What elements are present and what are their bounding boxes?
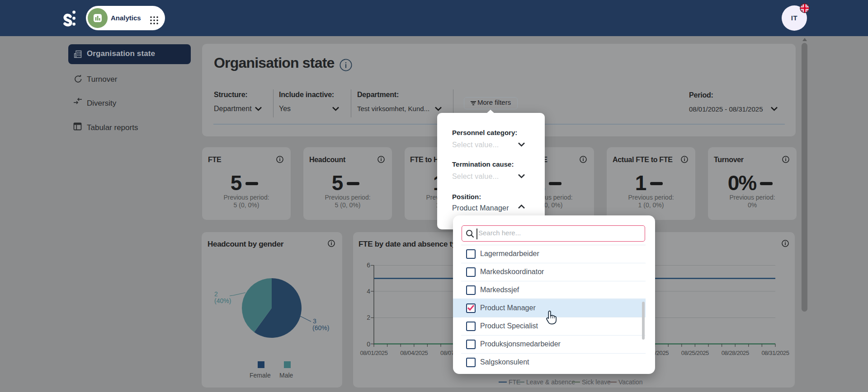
svg-text:2: 2 (214, 290, 218, 298)
svg-text:4: 4 (367, 288, 370, 295)
svg-text:3: 3 (313, 317, 316, 325)
svg-text:Leave & absence: Leave & absence (526, 378, 575, 386)
svg-text:08/04/2025: 08/04/2025 (400, 350, 428, 356)
svg-text:Sick leave: Sick leave (582, 378, 611, 386)
svg-text:Vacation: Vacation (618, 378, 642, 386)
svg-text:6: 6 (367, 261, 370, 269)
svg-text:0: 0 (367, 341, 370, 348)
svg-text:(60%): (60%) (312, 324, 329, 331)
svg-text:08/01/2025: 08/01/2025 (360, 350, 387, 356)
svg-text:2: 2 (367, 314, 370, 321)
svg-text:08/28/2025: 08/28/2025 (722, 350, 749, 356)
svg-text:08/31/2025: 08/31/2025 (761, 350, 789, 356)
svg-text:08/25/2025: 08/25/2025 (681, 350, 709, 356)
svg-text:(40%): (40%) (214, 297, 231, 304)
